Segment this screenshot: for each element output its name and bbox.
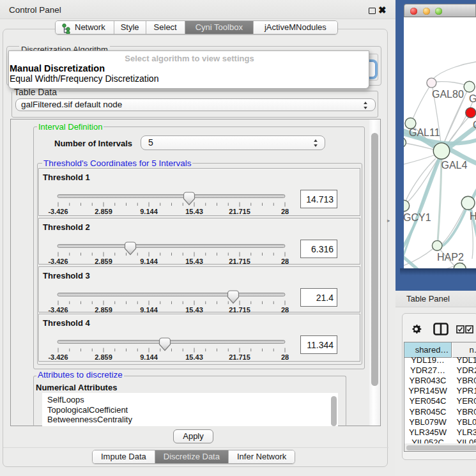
svg-text:GAL4: GAL4	[441, 160, 468, 171]
svg-text:HAP2: HAP2	[437, 252, 464, 263]
svg-text:GCY1: GCY1	[404, 212, 431, 223]
svg-text:GAL80: GAL80	[432, 89, 464, 100]
svg-text:GAL11: GAL11	[409, 127, 440, 138]
svg-text:CY: CY	[473, 119, 476, 130]
svg-text:HA: HA	[470, 211, 476, 222]
svg-text:GAL: GAL	[469, 93, 476, 104]
